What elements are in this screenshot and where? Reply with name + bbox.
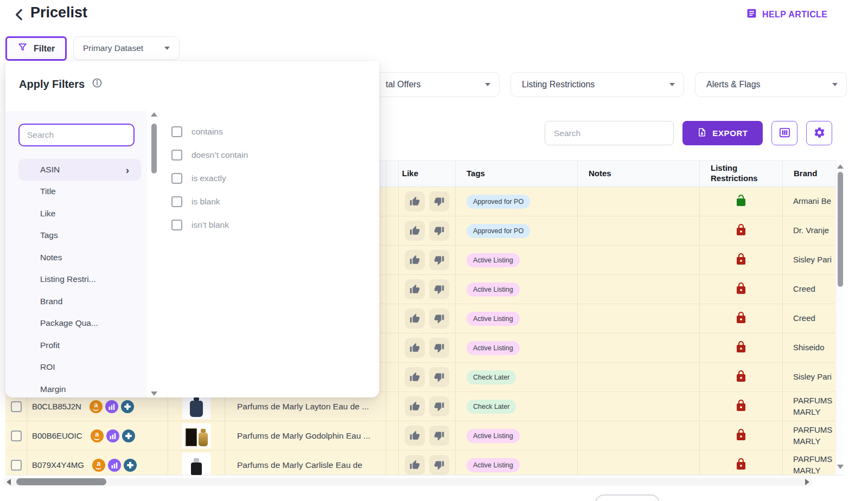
export-button[interactable]: EXPORT <box>682 121 763 145</box>
notes-cell[interactable] <box>578 363 700 391</box>
thumb-up-button[interactable] <box>405 309 425 329</box>
amazon-icon[interactable]: a <box>92 459 105 472</box>
scroll-right-arrow[interactable] <box>805 479 809 485</box>
table-horizontal-scrollbar[interactable] <box>4 478 812 486</box>
tag-pill[interactable]: Approved for PO <box>467 195 530 209</box>
notes-cell[interactable] <box>578 421 700 450</box>
cross-tool-icon[interactable] <box>124 459 137 472</box>
scroll-up-arrow[interactable] <box>151 112 157 117</box>
tag-pill[interactable]: Approved for PO <box>467 224 530 238</box>
filter-scroll-thumb[interactable] <box>151 124 157 174</box>
table-vertical-scrollbar[interactable] <box>835 160 844 476</box>
bar-chart-icon[interactable] <box>106 429 119 442</box>
thumb-up-button[interactable] <box>405 250 425 270</box>
thumb-down-button[interactable] <box>429 191 449 211</box>
settings-button[interactable] <box>806 121 832 145</box>
thumb-up-button[interactable] <box>405 426 425 446</box>
alerts-flags-select[interactable]: Alerts & Flags <box>695 72 847 97</box>
tag-pill[interactable]: Active Listing <box>467 429 520 443</box>
help-article-link[interactable]: HELP ARTICLE <box>746 8 827 21</box>
operator-checkbox[interactable] <box>171 126 182 137</box>
filter-field-margin[interactable]: Margin <box>5 378 147 401</box>
notes-cell[interactable] <box>578 304 700 333</box>
operator-checkbox[interactable] <box>171 173 182 184</box>
tag-pill[interactable]: Check Later <box>467 370 516 384</box>
thumb-up-button[interactable] <box>405 191 425 211</box>
filter-list-scrollbar[interactable] <box>150 111 158 397</box>
cross-tool-icon[interactable] <box>122 429 135 442</box>
thumb-up-button[interactable] <box>405 396 425 416</box>
filter-field-notes[interactable]: Notes <box>5 247 147 269</box>
product-image[interactable] <box>182 423 210 448</box>
info-icon[interactable] <box>92 78 103 91</box>
tag-pill[interactable]: Check Later <box>467 400 516 414</box>
thumb-up-button[interactable] <box>405 338 425 358</box>
total-offers-select[interactable]: tal Offers <box>358 72 500 97</box>
thumb-down-button[interactable] <box>429 338 449 358</box>
column-settings-button[interactable] <box>771 121 797 145</box>
filter-field-profit[interactable]: Profit <box>5 335 147 357</box>
thumb-down-button[interactable] <box>429 279 449 299</box>
tag-pill[interactable]: Active Listing <box>467 282 520 297</box>
tag-pill[interactable]: Active Listing <box>467 253 520 267</box>
notes-cell[interactable] <box>578 392 700 421</box>
operator-checkbox[interactable] <box>171 196 182 207</box>
tag-pill[interactable]: Active Listing <box>467 341 520 355</box>
amazon-icon[interactable]: a <box>90 400 103 413</box>
filter-field-brand[interactable]: Brand <box>5 291 147 313</box>
asin-code[interactable]: B079X4Y4MG <box>32 460 84 470</box>
pagination-select[interactable] <box>595 494 660 501</box>
scroll-down-arrow[interactable] <box>837 465 844 469</box>
thumb-up-button[interactable] <box>405 455 425 475</box>
dataset-select[interactable]: Primary Dataset <box>73 36 180 60</box>
tag-pill[interactable]: Active Listing <box>467 458 520 472</box>
product-title[interactable]: Parfums de Marly Godolphin Eau ... <box>225 421 386 450</box>
operator-checkbox[interactable] <box>171 150 182 160</box>
listing-restrictions-select[interactable]: Listing Restrictions <box>510 72 684 97</box>
thumb-up-button[interactable] <box>405 279 425 299</box>
notes-cell[interactable] <box>578 187 700 216</box>
thumb-down-button[interactable] <box>429 250 449 270</box>
vertical-scroll-thumb[interactable] <box>838 172 843 287</box>
product-image[interactable] <box>182 394 210 419</box>
amazon-icon[interactable]: a <box>91 429 104 442</box>
scroll-down-arrow[interactable] <box>151 391 157 396</box>
filter-field-package-quantity[interactable]: Package Qua... <box>5 312 147 335</box>
table-search-input[interactable] <box>545 121 674 145</box>
bar-chart-icon[interactable] <box>108 459 121 472</box>
filter-field-like[interactable]: Like <box>5 203 147 225</box>
row-checkbox[interactable] <box>11 460 22 471</box>
notes-cell[interactable] <box>578 333 700 362</box>
filter-field-roi[interactable]: ROI <box>5 356 147 378</box>
asin-code[interactable]: B0CLB85J2N <box>32 402 81 411</box>
filter-search-input[interactable] <box>18 124 135 146</box>
thumb-down-button[interactable] <box>429 455 449 475</box>
filter-field-title[interactable]: Title <box>5 181 147 203</box>
thumb-down-button[interactable] <box>429 396 449 416</box>
thumb-down-button[interactable] <box>429 309 449 329</box>
cross-tool-icon[interactable] <box>121 400 134 413</box>
notes-cell[interactable] <box>578 216 700 245</box>
filter-button[interactable]: Filter <box>5 36 67 61</box>
back-button[interactable] <box>11 7 28 24</box>
notes-cell[interactable] <box>578 451 700 476</box>
horizontal-scroll-thumb[interactable] <box>16 478 106 485</box>
product-title[interactable]: Parfums de Marly Carlisle Eau de <box>225 451 386 476</box>
row-checkbox[interactable] <box>11 431 22 441</box>
thumb-down-button[interactable] <box>429 426 449 446</box>
row-checkbox[interactable] <box>11 401 22 412</box>
notes-cell[interactable] <box>578 275 700 304</box>
notes-cell[interactable] <box>578 246 700 274</box>
operator-checkbox[interactable] <box>171 220 182 230</box>
tag-pill[interactable]: Active Listing <box>467 312 520 326</box>
bar-chart-icon[interactable] <box>105 400 118 413</box>
thumb-up-button[interactable] <box>405 221 425 241</box>
thumb-up-button[interactable] <box>405 367 425 387</box>
asin-code[interactable]: B00B6EUOIC <box>32 431 82 440</box>
thumb-down-button[interactable] <box>429 221 449 241</box>
thumb-down-button[interactable] <box>429 367 449 387</box>
filter-field-asin[interactable]: ASIN › <box>18 159 141 181</box>
filter-field-tags[interactable]: Tags <box>5 224 147 247</box>
product-image[interactable] <box>182 453 210 476</box>
scroll-left-arrow[interactable] <box>7 479 11 485</box>
